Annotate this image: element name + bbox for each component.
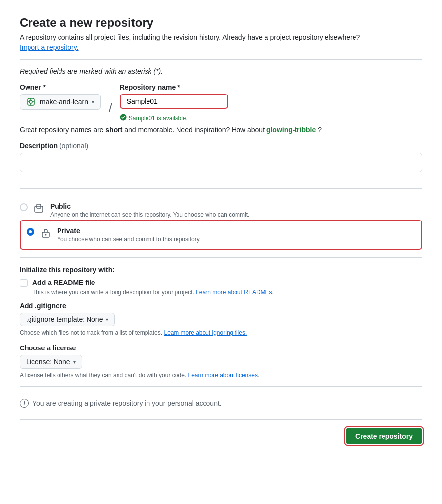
availability-text: Sample01 is available. bbox=[129, 115, 188, 122]
repo-name-input[interactable] bbox=[120, 94, 228, 109]
required-note: Required fields are marked with an aster… bbox=[20, 67, 422, 75]
create-repository-button[interactable]: Create repository bbox=[346, 428, 422, 444]
create-button-wrapper: Create repository bbox=[20, 428, 422, 444]
readme-label: Add a README file bbox=[32, 279, 95, 286]
import-link[interactable]: Import a repository. bbox=[20, 43, 79, 51]
owner-icon bbox=[26, 97, 36, 107]
public-icon bbox=[33, 203, 44, 216]
readme-checkbox[interactable] bbox=[20, 279, 28, 287]
repo-name-group: Repository name * Sample01 is available. bbox=[120, 83, 228, 122]
info-icon: i bbox=[20, 399, 29, 408]
public-label: Public bbox=[50, 202, 249, 210]
license-dropdown-label: License: None bbox=[26, 358, 70, 366]
bottom-divider bbox=[20, 386, 422, 387]
owner-group: Owner * make-and-learn ▾ bbox=[20, 83, 101, 110]
lock-icon bbox=[40, 227, 51, 241]
slash-separator: / bbox=[109, 101, 112, 115]
public-description: Anyone on the internet can see this repo… bbox=[50, 211, 249, 218]
license-description: A license tells others what they can and… bbox=[20, 372, 422, 378]
gitignore-dropdown-label: .gitignore template: None bbox=[26, 315, 103, 323]
owner-dropdown[interactable]: make-and-learn ▾ bbox=[20, 94, 101, 110]
private-label: Private bbox=[57, 227, 201, 235]
private-visibility-text: Private You choose who can see and commi… bbox=[57, 227, 201, 243]
availability-message: Sample01 is available. bbox=[120, 114, 228, 122]
initialize-heading: Initialize this repository with: bbox=[20, 266, 422, 274]
suggestion-text: glowing-tribble bbox=[266, 126, 316, 134]
description-input[interactable] bbox=[20, 153, 422, 172]
svg-rect-7 bbox=[35, 206, 43, 212]
public-option[interactable]: Public Anyone on the internet can see th… bbox=[20, 196, 422, 220]
private-description: You choose who can see and commit to thi… bbox=[57, 236, 201, 243]
repo-name-label: Repository name * bbox=[120, 83, 228, 91]
readme-row[interactable]: Add a README file bbox=[20, 279, 422, 287]
owner-value: make-and-learn bbox=[40, 98, 88, 106]
owner-repo-row: Owner * make-and-learn ▾ / Repository na… bbox=[20, 83, 422, 122]
chevron-down-icon: ▾ bbox=[92, 99, 94, 105]
public-radio[interactable] bbox=[20, 203, 28, 211]
info-box: i You are creating a private repository … bbox=[20, 395, 422, 411]
gitignore-chevron-icon: ▾ bbox=[106, 317, 108, 322]
readme-description: This is where you can write a long descr… bbox=[32, 289, 422, 296]
private-radio[interactable] bbox=[27, 228, 34, 236]
license-dropdown[interactable]: License: None ▾ bbox=[20, 355, 82, 369]
gitignore-section: Add .gitignore .gitignore template: None… bbox=[20, 302, 422, 336]
description-section: Description (optional) bbox=[20, 142, 422, 180]
svg-point-10 bbox=[45, 234, 47, 236]
description-label: Description (optional) bbox=[20, 142, 422, 150]
gitignore-label: Add .gitignore bbox=[20, 302, 422, 310]
footer-divider bbox=[20, 419, 422, 420]
top-divider bbox=[20, 59, 422, 60]
license-section: Choose a license License: None ▾ A licen… bbox=[20, 344, 422, 378]
license-chevron-icon: ▾ bbox=[73, 359, 76, 365]
readme-learn-more-link[interactable]: Learn more about READMEs. bbox=[196, 289, 274, 296]
inspiration-text: Great repository names are short and mem… bbox=[20, 126, 422, 134]
license-learn-more-link[interactable]: Learn more about licenses. bbox=[188, 372, 260, 378]
available-icon bbox=[120, 114, 127, 122]
license-label: Choose a license bbox=[20, 344, 422, 352]
optional-label: (optional) bbox=[59, 142, 88, 150]
info-message: You are creating a private repository in… bbox=[32, 399, 222, 407]
private-option[interactable]: Private You choose who can see and commi… bbox=[20, 220, 422, 250]
svg-point-1 bbox=[29, 100, 32, 103]
visibility-divider bbox=[20, 257, 422, 258]
subtitle-text: A repository contains all project files,… bbox=[20, 33, 422, 41]
gitignore-learn-more-link[interactable]: Learn more about ignoring files. bbox=[164, 329, 247, 336]
page-title: Create a new repository bbox=[20, 16, 422, 30]
gitignore-description: Choose which files not to track from a l… bbox=[20, 329, 422, 336]
initialize-section: Initialize this repository with: Add a R… bbox=[20, 266, 422, 296]
gitignore-dropdown[interactable]: .gitignore template: None ▾ bbox=[20, 313, 115, 326]
public-visibility-text: Public Anyone on the internet can see th… bbox=[50, 202, 249, 218]
middle-divider bbox=[20, 188, 422, 189]
owner-label: Owner * bbox=[20, 83, 101, 91]
